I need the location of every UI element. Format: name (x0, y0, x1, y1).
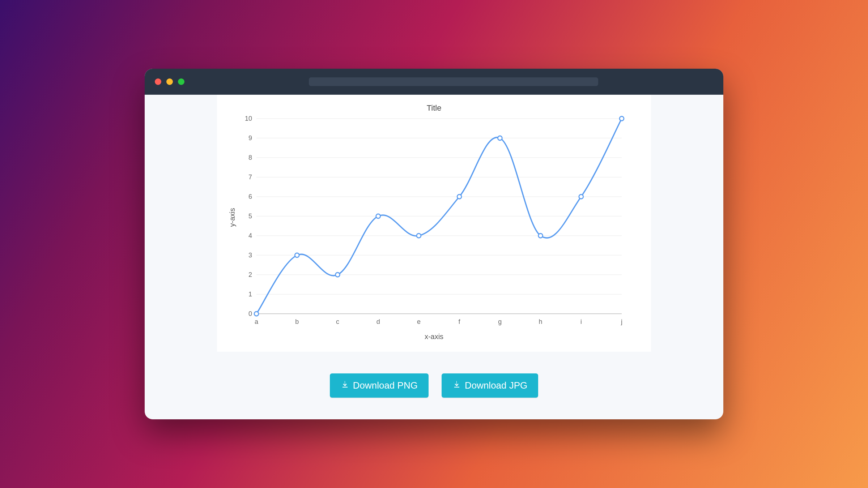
data-point (620, 116, 624, 121)
x-tick-label: b (295, 318, 299, 325)
data-point (295, 253, 299, 257)
x-tick-label: a (255, 318, 259, 325)
download-jpg-button[interactable]: Download JPG (442, 373, 538, 398)
window-controls (155, 78, 184, 85)
y-tick-label: 3 (248, 252, 252, 259)
y-axis-label: y-axis (228, 218, 237, 227)
x-tick-label: d (376, 318, 380, 325)
data-point (539, 234, 543, 238)
y-tick-label: 9 (248, 134, 252, 142)
y-tick-label: 5 (248, 213, 252, 220)
download-buttons: Download PNG Download JPG (145, 373, 723, 398)
maximize-icon[interactable] (178, 78, 184, 85)
data-point (417, 234, 421, 238)
chart-card: Title y-axis 012345678910abcdefghij x-ax… (217, 95, 651, 352)
data-point (457, 194, 461, 199)
minimize-icon[interactable] (166, 78, 173, 85)
chart-title: Title (228, 103, 640, 113)
address-bar[interactable] (309, 77, 598, 86)
window-titlebar (145, 69, 723, 95)
download-icon (341, 380, 349, 391)
close-icon[interactable] (155, 78, 161, 85)
download-png-button[interactable]: Download PNG (330, 373, 429, 398)
x-tick-label: g (498, 318, 502, 325)
y-tick-label: 6 (248, 193, 252, 200)
line-chart: 012345678910abcdefghij (237, 115, 627, 328)
y-tick-label: 0 (248, 310, 252, 317)
x-axis-label: x-axis (228, 333, 640, 341)
x-tick-label: i (580, 318, 582, 325)
app-window: Title y-axis 012345678910abcdefghij x-ax… (145, 69, 723, 419)
y-tick-label: 7 (248, 174, 252, 181)
x-tick-label: c (336, 318, 339, 325)
data-point (376, 214, 380, 218)
download-jpg-label: Download JPG (465, 380, 527, 391)
download-icon (452, 380, 461, 391)
y-tick-label: 2 (248, 271, 252, 278)
x-tick-label: h (539, 318, 542, 325)
data-point (579, 194, 583, 199)
page-content: Title y-axis 012345678910abcdefghij x-ax… (145, 95, 723, 419)
y-tick-label: 4 (248, 232, 252, 239)
data-point (335, 273, 340, 277)
data-point (254, 312, 259, 316)
chart-body: y-axis 012345678910abcdefghij (228, 115, 640, 330)
y-tick-label: 8 (248, 154, 252, 161)
x-tick-label: f (459, 318, 461, 325)
y-tick-label: 1 (248, 291, 252, 298)
y-tick-label: 10 (245, 115, 252, 122)
x-tick-label: e (417, 318, 421, 325)
download-png-label: Download PNG (353, 380, 418, 391)
data-point (498, 136, 502, 140)
x-tick-label: j (621, 318, 622, 325)
